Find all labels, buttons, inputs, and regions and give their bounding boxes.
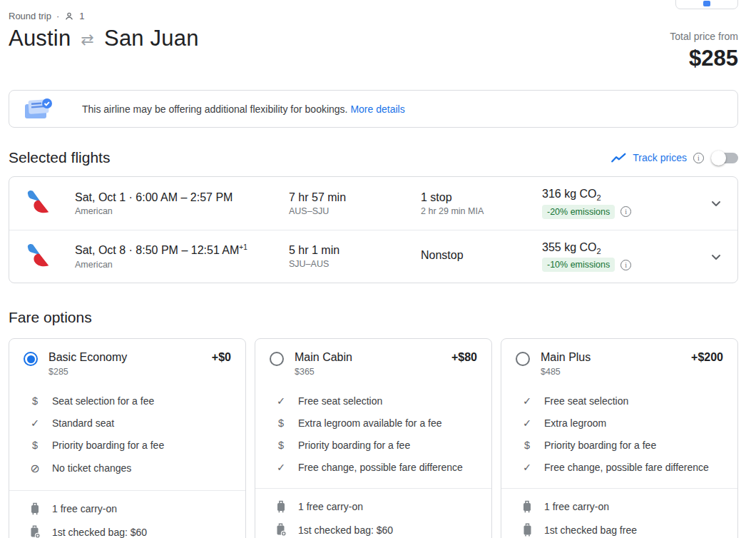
- flight-duration: 5 hr 1 min: [289, 244, 421, 257]
- fare-card-header[interactable]: Main Plus $485 +$200: [501, 339, 737, 381]
- checked-bag-icon: [521, 523, 533, 537]
- info-icon[interactable]: [620, 206, 631, 217]
- selected-flights-card: Sat, Oct 1 · 6:00 AM – 2:57 PM American …: [9, 176, 738, 283]
- feature-row: $ Extra legroom available for a fee: [255, 412, 491, 434]
- dollar-icon: $: [275, 417, 287, 429]
- fare-base-price: $285: [48, 367, 201, 377]
- fare-card-basic-economy: Basic Economy $285 +$0 $ Seat selection …: [9, 338, 246, 538]
- check-icon: ✓: [521, 395, 533, 407]
- flight-route: AUS–SJU: [289, 206, 421, 216]
- feature-text: Standard seat: [52, 417, 114, 429]
- flight-row-return[interactable]: Sat, Oct 8 · 8:50 PM – 12:51 AM+1 Americ…: [9, 230, 737, 283]
- dollar-icon: $: [29, 440, 41, 451]
- fare-delta-price: +$0: [212, 351, 231, 377]
- track-prices-label[interactable]: Track prices: [633, 152, 687, 163]
- page-title: Austin ⇄ San Juan: [9, 26, 199, 51]
- banner-text: This airline may be offering additional …: [82, 103, 348, 115]
- bag-text: 1 free carry-on: [544, 501, 609, 512]
- fare-card-header[interactable]: Basic Economy $285 +$0: [9, 339, 245, 381]
- arrival-offset: +1: [239, 243, 247, 251]
- feature-text: Free seat selection: [544, 395, 628, 407]
- fare-base-price: $485: [541, 367, 680, 377]
- passenger-count: 1: [79, 11, 84, 21]
- info-icon[interactable]: [620, 260, 631, 270]
- flight-datetime: Sat, Oct 1 · 6:00 AM – 2:57 PM: [75, 191, 289, 204]
- trip-type-label: Round trip: [9, 11, 51, 21]
- flight-co2: 355 kg CO2: [542, 241, 695, 255]
- airline-name: American: [75, 260, 289, 270]
- dollar-icon: $: [29, 395, 41, 407]
- trending-icon: [611, 153, 626, 163]
- fare-card-main-plus: Main Plus $485 +$200 ✓ Free seat selecti…: [501, 338, 738, 538]
- share-button[interactable]: [675, 0, 738, 9]
- flight-datetime: Sat, Oct 8 · 8:50 PM – 12:51 AM+1: [75, 243, 289, 257]
- feature-row: ✓ Free seat selection: [501, 390, 737, 412]
- bag-row: 1st checked bag free: [501, 518, 737, 538]
- banner-message: This airline may be offering additional …: [82, 103, 405, 115]
- feature-row: ✓ Free seat selection: [255, 390, 491, 412]
- expand-flight-button[interactable]: [695, 248, 737, 265]
- bag-text: 1 free carry-on: [52, 503, 117, 514]
- flight-stops-detail: 2 hr 29 min MIA: [421, 206, 542, 216]
- fare-delta-price: +$200: [691, 351, 723, 377]
- american-airlines-logo: [25, 189, 53, 218]
- fare-options-title: Fare options: [9, 309, 738, 326]
- feature-row: $ Priority boarding for a fee: [501, 434, 737, 456]
- bag-row: 1 free carry-on: [255, 495, 491, 518]
- info-icon[interactable]: [693, 153, 704, 163]
- check-icon: ✓: [275, 395, 287, 407]
- feature-row: ✓ Free change, possible fare difference: [255, 456, 491, 478]
- fare-name: Main Cabin: [295, 351, 441, 364]
- feature-text: Free change, possible fare difference: [544, 462, 709, 473]
- origin-city: Austin: [9, 26, 71, 51]
- more-details-link[interactable]: More details: [350, 103, 404, 115]
- feature-row: $ Priority boarding for a fee: [9, 434, 245, 456]
- feature-text: Extra legroom available for a fee: [298, 417, 442, 429]
- carry-on-bag-icon: [521, 500, 533, 513]
- flight-route: SJU–AUS: [289, 259, 421, 269]
- airline-name: American: [75, 206, 289, 216]
- fare-card-main-cabin: Main Cabin $365 +$80 ✓ Free seat selecti…: [255, 338, 492, 538]
- checked-bag-add-icon: [29, 525, 41, 538]
- radio-button-selected[interactable]: [24, 352, 38, 366]
- bag-text: 1 free carry-on: [298, 501, 363, 512]
- expand-flight-button[interactable]: [695, 195, 737, 212]
- total-price: $285: [670, 46, 738, 71]
- track-prices-toggle[interactable]: [713, 153, 738, 163]
- emissions-badge: -10% emissions: [542, 258, 615, 272]
- flight-stops: 1 stop: [421, 191, 542, 204]
- feature-row: ✓ Free change, possible fare difference: [501, 456, 737, 478]
- carry-on-bag-icon: [29, 502, 41, 515]
- selected-flights-title: Selected flights: [9, 149, 110, 166]
- dollar-icon: $: [521, 440, 533, 451]
- feature-text: Free seat selection: [298, 395, 382, 407]
- chevron-down-icon: [708, 248, 725, 265]
- total-price-label: Total price from: [670, 31, 738, 42]
- share-icon: [703, 1, 710, 6]
- flexibility-banner: This airline may be offering additional …: [9, 90, 738, 128]
- carry-on-bag-icon: [275, 500, 287, 513]
- fare-card-header[interactable]: Main Cabin $365 +$80: [255, 339, 491, 381]
- radio-button-unselected[interactable]: [270, 352, 284, 366]
- flight-co2: 316 kg CO2: [542, 188, 695, 202]
- bag-text: 1st checked bag: $60: [52, 527, 147, 538]
- flexible-booking-icon: [22, 97, 53, 121]
- feature-text: Seat selection for a fee: [52, 395, 154, 407]
- check-icon: ✓: [275, 462, 287, 473]
- swap-icon: ⇄: [81, 31, 94, 49]
- feature-row: $ Priority boarding for a fee: [255, 434, 491, 456]
- fare-delta-price: +$80: [451, 351, 477, 377]
- check-icon: ✓: [521, 417, 533, 429]
- fare-base-price: $365: [295, 367, 441, 377]
- bag-row: 1 free carry-on: [501, 495, 737, 518]
- feature-text: Free change, possible fare difference: [298, 462, 463, 473]
- feature-row: ⊘ No ticket changes: [9, 456, 245, 480]
- bag-row: 1 free carry-on: [9, 497, 245, 520]
- radio-button-unselected[interactable]: [516, 352, 530, 366]
- bag-row: 1st checked bag: $60: [9, 520, 245, 538]
- flight-row-outbound[interactable]: Sat, Oct 1 · 6:00 AM – 2:57 PM American …: [9, 177, 737, 230]
- check-icon: ✓: [521, 462, 533, 473]
- fare-name: Main Plus: [541, 351, 680, 364]
- american-airlines-logo: [25, 243, 53, 271]
- person-icon: [64, 11, 74, 21]
